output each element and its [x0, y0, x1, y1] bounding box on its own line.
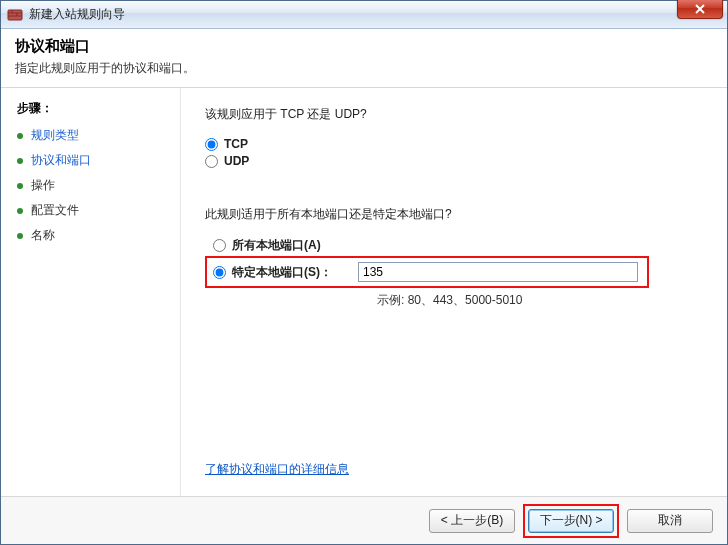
steps-sidebar: 步骤： 规则类型 协议和端口 操作 配置文件 名称: [1, 88, 181, 496]
wizard-body: 步骤： 规则类型 协议和端口 操作 配置文件 名称 该规: [1, 88, 727, 496]
sidebar-item-protocol-port[interactable]: 协议和端口: [17, 152, 170, 169]
sidebar-item-label: 名称: [31, 227, 55, 244]
content-pane: 该规则应用于 TCP 还是 UDP? TCP UDP 此规则适用于所有本地端口还…: [181, 88, 727, 496]
sidebar-item-name[interactable]: 名称: [17, 227, 170, 244]
sidebar-item-label: 操作: [31, 177, 55, 194]
page-subtitle: 指定此规则应用于的协议和端口。: [15, 60, 713, 77]
next-button-highlight: 下一步(N) >: [523, 504, 619, 538]
udp-label[interactable]: UDP: [224, 154, 249, 168]
protocol-question: 该规则应用于 TCP 还是 UDP?: [205, 106, 703, 123]
specific-ports-label[interactable]: 特定本地端口(S)：: [232, 264, 332, 281]
radio-tcp-row: TCP: [205, 137, 703, 151]
back-button[interactable]: < 上一步(B): [429, 509, 515, 533]
bullet-icon: [17, 158, 23, 164]
specific-ports-radio[interactable]: [213, 266, 226, 279]
wizard-footer: < 上一步(B) 下一步(N) > 取消: [1, 496, 727, 544]
page-title: 协议和端口: [15, 37, 713, 56]
sidebar-item-label: 配置文件: [31, 202, 79, 219]
port-options: 所有本地端口(A) 特定本地端口(S)： 示例: 80、443、5000-501…: [205, 237, 703, 309]
cancel-button[interactable]: 取消: [627, 509, 713, 533]
bullet-icon: [17, 133, 23, 139]
all-ports-label[interactable]: 所有本地端口(A): [232, 237, 321, 254]
bullet-icon: [17, 208, 23, 214]
close-icon: [695, 4, 705, 14]
udp-radio[interactable]: [205, 155, 218, 168]
firewall-icon: [7, 7, 23, 23]
steps-heading: 步骤：: [17, 100, 170, 117]
radio-all-ports-row: 所有本地端口(A): [213, 237, 703, 254]
titlebar: 新建入站规则向导: [1, 1, 727, 29]
sidebar-item-action[interactable]: 操作: [17, 177, 170, 194]
port-section: 此规则适用于所有本地端口还是特定本地端口? 所有本地端口(A) 特定本地端口(S…: [205, 206, 703, 309]
sidebar-item-rule-type[interactable]: 规则类型: [17, 127, 170, 144]
all-ports-radio[interactable]: [213, 239, 226, 252]
close-button[interactable]: [677, 0, 723, 19]
svg-rect-0: [8, 10, 22, 20]
bullet-icon: [17, 183, 23, 189]
radio-udp-row: UDP: [205, 154, 703, 168]
sidebar-item-label: 规则类型: [31, 127, 79, 144]
port-question: 此规则适用于所有本地端口还是特定本地端口?: [205, 206, 703, 223]
bullet-icon: [17, 233, 23, 239]
next-button[interactable]: 下一步(N) >: [528, 509, 614, 533]
sidebar-item-profile[interactable]: 配置文件: [17, 202, 170, 219]
window-title: 新建入站规则向导: [29, 6, 125, 23]
port-input[interactable]: [358, 262, 638, 282]
wizard-header: 协议和端口 指定此规则应用于的协议和端口。: [1, 29, 727, 88]
wizard-window: 新建入站规则向导 协议和端口 指定此规则应用于的协议和端口。 步骤： 规则类型 …: [0, 0, 728, 545]
specific-ports-highlight: 特定本地端口(S)：: [205, 256, 649, 288]
more-info-link[interactable]: 了解协议和端口的详细信息: [205, 461, 349, 478]
port-example: 示例: 80、443、5000-5010: [377, 292, 703, 309]
tcp-label[interactable]: TCP: [224, 137, 248, 151]
radio-specific-ports-row: 特定本地端口(S)：: [213, 264, 332, 281]
tcp-radio[interactable]: [205, 138, 218, 151]
sidebar-item-label: 协议和端口: [31, 152, 91, 169]
